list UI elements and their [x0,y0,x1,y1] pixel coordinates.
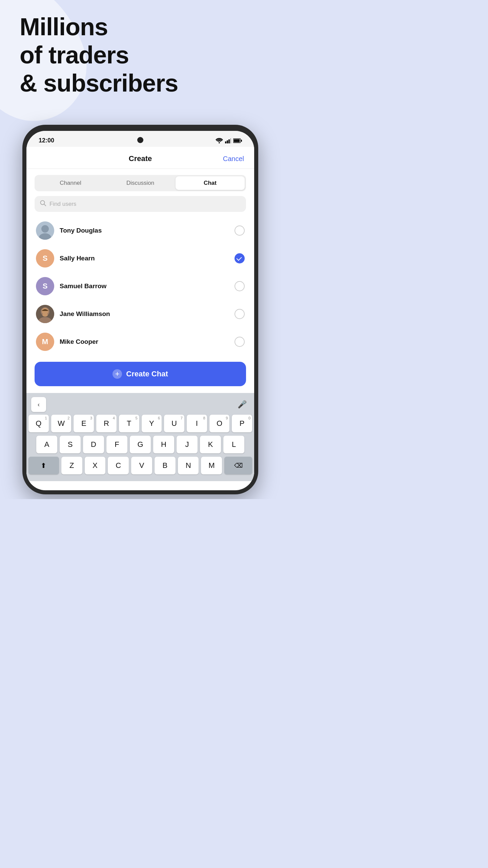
user-select-radio[interactable] [235,281,245,291]
key-h[interactable]: H [153,436,174,453]
list-item: Tony Douglas [26,217,254,244]
key-z[interactable]: Z [61,457,82,474]
key-k[interactable]: K [200,436,221,453]
key-o[interactable]: 9O [209,415,230,432]
user-name: Tony Douglas [60,227,229,234]
svg-rect-7 [241,140,242,142]
keyboard-row-3: ⬆ Z X C V B N M ⌫ [28,457,252,474]
keyboard-toolbar: ‹ 🎤 [28,396,252,415]
key-r[interactable]: 4R [96,415,117,432]
svg-line-9 [44,204,46,206]
top-nav: Create Cancel [26,147,254,169]
key-j[interactable]: J [177,436,198,453]
user-list: Tony Douglas S Sally Hearn S Samue [26,215,254,357]
key-u[interactable]: 7U [164,415,184,432]
svg-point-11 [39,233,51,240]
tab-chat[interactable]: Chat [176,176,245,190]
svg-point-10 [41,225,49,233]
battery-icon [233,138,242,143]
keyboard-back-button[interactable]: ‹ [31,397,46,412]
keyboard-row-2: A S D F G H J K L [28,436,252,453]
key-w[interactable]: 2W [51,415,72,432]
user-name: Sally Hearn [60,255,229,262]
key-a[interactable]: A [36,436,57,453]
search-input[interactable]: Find users [49,201,76,208]
user-select-radio[interactable] [235,225,245,236]
camera-notch [137,137,143,143]
svg-point-15 [42,313,48,317]
user-select-radio[interactable] [235,309,245,319]
create-chat-label: Create Chat [126,370,168,378]
key-c[interactable]: C [108,457,129,474]
plus-icon: + [113,369,122,379]
list-item: Jane Williamson [26,300,254,328]
tab-discussion[interactable]: Discussion [106,176,175,190]
key-i[interactable]: 8I [187,415,207,432]
keyboard-row-1: 1Q 2W 3E 4R 5T 6Y 7U 8I 9O 0P [28,415,252,432]
phone-screen: 12:00 [26,131,254,490]
svg-rect-3 [228,139,230,143]
user-select-radio[interactable] [235,337,245,347]
svg-point-13 [38,317,52,323]
search-icon [40,200,46,208]
key-s[interactable]: S [60,436,81,453]
key-n[interactable]: N [178,457,199,474]
key-e[interactable]: 3E [74,415,94,432]
key-g[interactable]: G [130,436,151,453]
keyboard: ‹ 🎤 1Q 2W 3E 4R 5T 6Y 7U 8I 9O 0P [26,393,254,481]
list-item: M Mike Cooper [26,328,254,356]
user-name: Samuel Barrow [60,282,229,290]
list-item: S Sally Hearn [26,244,254,272]
search-bar[interactable]: Find users [35,196,246,212]
create-chat-button[interactable]: + Create Chat [35,362,246,386]
key-m[interactable]: M [201,457,222,474]
key-y[interactable]: 6Y [142,415,162,432]
avatar: S [36,277,54,295]
user-name: Jane Williamson [60,310,229,318]
avatar [36,305,54,323]
key-q[interactable]: 1Q [28,415,49,432]
key-d[interactable]: D [83,436,104,453]
user-name: Mike Cooper [60,338,229,346]
avatar: M [36,333,54,351]
status-icons [216,138,242,143]
svg-rect-2 [227,140,228,143]
key-t[interactable]: 5T [119,415,139,432]
key-backspace[interactable]: ⌫ [224,457,252,474]
key-p[interactable]: 0P [232,415,252,432]
avatar: S [36,249,54,268]
signal-icon [225,138,231,143]
list-item: S Samuel Barrow [26,272,254,300]
user-select-radio[interactable] [235,253,245,263]
cancel-button[interactable]: Cancel [223,155,244,163]
nav-title: Create [129,154,152,163]
key-b[interactable]: B [155,457,176,474]
tab-channel[interactable]: Channel [36,176,105,190]
app-content: Create Cancel Channel Discussion Chat Fi… [26,147,254,489]
key-shift[interactable]: ⬆ [28,457,59,474]
key-v[interactable]: V [131,457,152,474]
svg-rect-6 [234,139,240,142]
wifi-icon [216,138,223,143]
key-x[interactable]: X [85,457,106,474]
svg-rect-1 [225,141,226,143]
avatar [36,221,54,240]
keyboard-mic-button[interactable]: 🎤 [235,397,249,412]
headline: Millions of traders & subscribers [20,13,178,97]
key-f[interactable]: F [106,436,127,453]
segment-control: Channel Discussion Chat [35,175,246,191]
svg-point-0 [219,142,220,143]
key-l[interactable]: L [223,436,244,453]
status-time: 12:00 [39,137,54,144]
svg-rect-4 [230,138,231,143]
phone-frame: 12:00 [22,125,258,494]
